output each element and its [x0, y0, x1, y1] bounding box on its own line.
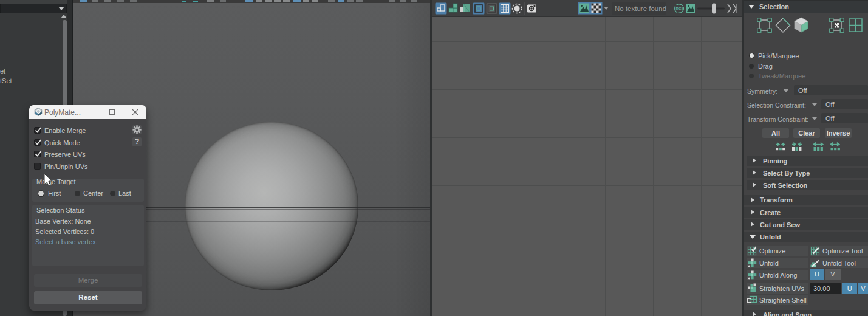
svg-text:RGB: RGB	[676, 6, 685, 10]
svg-text:No texture found: No texture found	[615, 5, 666, 12]
